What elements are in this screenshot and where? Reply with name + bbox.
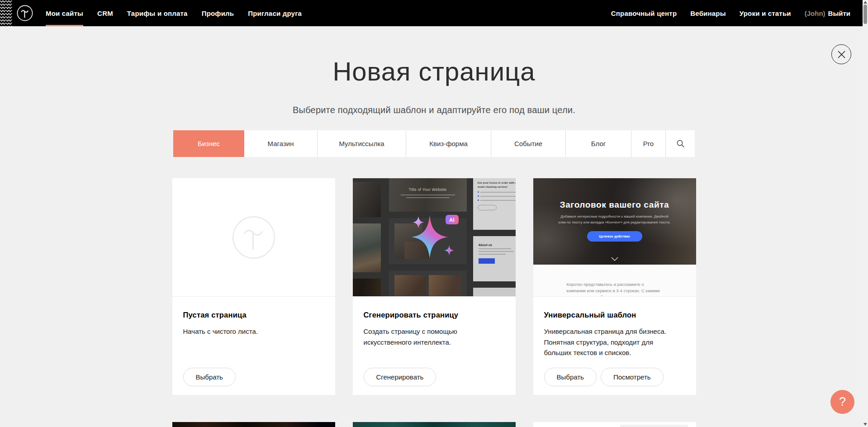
chevron-down-icon <box>611 257 618 261</box>
template-card-universal[interactable]: Заголовок вашего сайта Добавьте интересн… <box>533 178 696 395</box>
page-subtitle: Выберите подходящий шаблон и адаптируйте… <box>0 104 868 116</box>
zigzag-pattern <box>0 0 12 26</box>
template-card-partial-3[interactable] <box>533 422 696 427</box>
template-card-partial-1[interactable] <box>172 422 335 427</box>
close-button[interactable] <box>831 44 851 64</box>
tilda-watermark-icon <box>232 215 276 260</box>
mosaic-about-title: About us <box>479 243 516 247</box>
logout-link[interactable]: Выйти <box>828 9 850 17</box>
card-title: Пустая страница <box>183 311 324 319</box>
template-card-blank[interactable]: Пустая страница Начать с чистого листа. … <box>172 178 335 395</box>
tab-event[interactable]: Событие <box>491 130 565 157</box>
tab-search[interactable] <box>665 130 695 157</box>
template-hero-subtitle: Добавьте интересные подробности о вашей … <box>558 214 671 225</box>
search-icon <box>676 139 685 148</box>
help-button[interactable]: ? <box>830 390 854 414</box>
nav-invite-friend[interactable]: Пригласи друга <box>248 0 302 26</box>
scrollbar <box>863 0 868 427</box>
card-title: Универсальный шаблон <box>544 311 685 319</box>
close-icon <box>837 50 846 59</box>
card-description: Универсальная страница для бизнеса. Поня… <box>544 326 682 358</box>
ai-sparkle-small-icon <box>444 245 454 256</box>
template-body-text: Коротко представьтесь и расскажите о ком… <box>567 281 663 296</box>
choose-button[interactable]: Выбрать <box>544 368 597 386</box>
nav-webinars[interactable]: Вебинары <box>690 9 726 17</box>
template-cards-row-1: Пустая страница Начать с чистого листа. … <box>172 178 696 395</box>
tilda-logo[interactable] <box>17 0 33 26</box>
nav-tutorials[interactable]: Уроки и статьи <box>740 9 791 17</box>
universal-card-preview: Заголовок вашего сайта Добавьте интересн… <box>533 178 696 297</box>
tab-blog[interactable]: Блог <box>565 130 631 157</box>
nav-help-center[interactable]: Справочный центр <box>611 9 677 17</box>
user-name: (John) <box>805 9 825 17</box>
ai-sparkle-small-icon <box>413 216 424 228</box>
generate-button[interactable]: Сгенерировать <box>364 368 436 386</box>
scrollbar-down-arrow[interactable] <box>863 423 867 426</box>
tab-shop[interactable]: Магазин <box>244 130 317 157</box>
mosaic-tile-text: Get your house in order with a smart cle… <box>478 181 516 189</box>
tab-pro[interactable]: Pro <box>631 130 665 157</box>
nav-crm[interactable]: CRM <box>97 0 113 26</box>
tab-multilink[interactable]: Мультиссылка <box>317 130 406 157</box>
top-bar: Мои сайты CRM Тарифы и оплата Профиль Пр… <box>0 0 863 26</box>
scrollbar-up-arrow[interactable] <box>863 1 867 4</box>
card-description: Начать с чистого листа. <box>183 326 321 337</box>
template-cta-button: Целевое действие <box>587 231 642 242</box>
preview-button[interactable]: Посмотреть <box>601 368 664 386</box>
ai-card-preview: Title of Your Website Get your house in … <box>353 178 516 297</box>
nav-pricing[interactable]: Тарифы и оплата <box>127 0 188 26</box>
nav-my-sites[interactable]: Мои сайты <box>46 0 83 26</box>
secondary-nav: Справочный центр Вебинары Уроки и статьи… <box>611 0 850 26</box>
choose-button[interactable]: Выбрать <box>183 368 236 386</box>
blank-card-preview <box>172 178 335 297</box>
template-cards-row-2 <box>172 422 696 427</box>
nav-profile[interactable]: Профиль <box>202 0 234 26</box>
template-category-tabs: Бизнес Магазин Мультиссылка Квиз-форма С… <box>173 130 695 157</box>
tab-quiz-form[interactable]: Квиз-форма <box>406 130 491 157</box>
page-title: Новая страница <box>0 56 868 86</box>
main-nav: Мои сайты CRM Тарифы и оплата Профиль Пр… <box>46 0 302 26</box>
ai-badge: AI <box>446 215 459 224</box>
template-card-ai-generate[interactable]: Title of Your Website Get your house in … <box>353 178 516 395</box>
mosaic-hero-title: Title of Your Website <box>389 187 467 192</box>
card-description: Создать страницу с помощью искусственног… <box>364 326 502 347</box>
template-hero-title: Заголовок вашего сайта <box>533 200 696 210</box>
card-title: Сгенерировать страницу <box>364 311 505 319</box>
scrollbar-thumb[interactable] <box>863 5 867 24</box>
template-card-partial-2[interactable] <box>353 422 516 427</box>
question-mark-icon: ? <box>839 395 846 409</box>
tab-business[interactable]: Бизнес <box>173 130 244 157</box>
